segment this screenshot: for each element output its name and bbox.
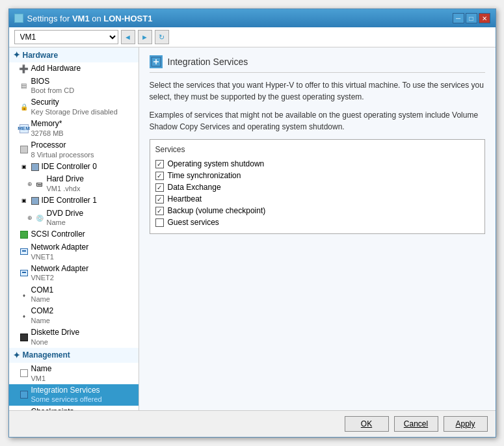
sidebar-item-bios[interactable]: ▤ BIOS Boot from CD xyxy=(9,75,139,97)
dvd-icon: 💿 xyxy=(35,213,44,222)
memory-label: Memory* xyxy=(31,119,64,129)
guest-label: Guest services xyxy=(168,218,219,227)
panel-title-icon xyxy=(150,55,163,68)
os-shutdown-label: Operating system shutdown xyxy=(168,159,265,168)
minimize-button[interactable]: ─ xyxy=(453,13,464,23)
sidebar-item-add-hardware[interactable]: ➕ Add Hardware xyxy=(9,62,139,75)
left-panel: ✦ Hardware ➕ Add Hardware ▤ BIOS Boot fr… xyxy=(9,47,139,410)
net2-sublabel: VNET2 xyxy=(31,274,89,282)
management-section-header: ✦ Management xyxy=(9,348,139,363)
scsi-label: SCSI Controller xyxy=(31,230,85,240)
guest-checkbox[interactable] xyxy=(155,218,164,227)
ide0-label: IDE Controller 0 xyxy=(42,162,97,172)
diskette-icon xyxy=(20,333,29,342)
security-sublabel: Key Storage Drive disabled xyxy=(31,108,118,116)
com1-label: COM1 xyxy=(31,285,54,296)
sidebar-item-diskette[interactable]: Diskette Drive None xyxy=(9,326,139,348)
add-hardware-label: Add Hardware xyxy=(31,64,81,74)
com2-label: COM2 xyxy=(31,306,54,317)
ide0-expand-icon: ▣ xyxy=(20,163,29,172)
service-heartbeat: Heartbeat xyxy=(155,193,479,205)
sidebar-item-integration[interactable]: Integration Services Some services offer… xyxy=(9,384,139,406)
panel-title-row: Integration Services xyxy=(150,55,485,73)
net1-sublabel: VNET1 xyxy=(31,253,89,261)
hdd-sublabel: VM1 .vhdx xyxy=(47,185,84,193)
service-os-shutdown: Operating system shutdown xyxy=(155,158,479,170)
toolbar: VM1 ◄ ► ↻ xyxy=(9,27,496,47)
bios-label: BIOS xyxy=(31,77,75,87)
com1-icon: ⬧ xyxy=(20,290,29,299)
service-backup: Backup (volume checkpoint) xyxy=(155,205,479,216)
ide1-label: IDE Controller 1 xyxy=(42,196,97,206)
sidebar-item-com2[interactable]: ⬧ COM2 Name xyxy=(9,305,139,326)
window-icon xyxy=(14,14,23,23)
right-panel: Integration Services Select the services… xyxy=(139,47,496,410)
dvd-label: DVD Drive xyxy=(47,209,84,219)
sidebar-item-memory[interactable]: MEM Memory* 32768 MB xyxy=(9,118,139,139)
refresh-button[interactable]: ↻ xyxy=(155,30,169,44)
window-title: Settings for VM1 on LON-HOST1 xyxy=(27,14,153,23)
cancel-label: Cancel xyxy=(404,419,428,428)
memory-sublabel: 32768 MB xyxy=(31,129,64,138)
bottom-bar: OK Cancel Apply xyxy=(9,410,496,437)
net1-label: Network Adapter xyxy=(31,243,89,253)
sidebar-item-com1[interactable]: ⬧ COM1 Name xyxy=(9,284,139,306)
processor-label: Processor xyxy=(31,140,94,151)
vm-selector[interactable]: VM1 xyxy=(14,30,118,44)
sidebar-item-security[interactable]: 🔒 Security Key Storage Drive disabled xyxy=(9,96,139,118)
sidebar-item-ide1[interactable]: ▣ IDE Controller 1 xyxy=(9,194,139,207)
add-hardware-icon: ➕ xyxy=(20,64,29,73)
sidebar-item-hard-drive[interactable]: ⊕ 🖴 Hard Drive VM1 .vhdx xyxy=(9,173,139,194)
sidebar-item-checkpoints[interactable]: Checkpoints Production xyxy=(9,406,139,410)
apply-button[interactable]: Apply xyxy=(444,416,488,432)
processor-sublabel: 8 Virtual processors xyxy=(31,151,94,159)
cancel-button[interactable]: Cancel xyxy=(394,416,438,432)
ok-label: OK xyxy=(361,419,372,428)
ok-button[interactable]: OK xyxy=(345,416,389,432)
time-sync-checkbox[interactable] xyxy=(155,172,164,180)
service-guest: Guest services xyxy=(155,216,479,228)
expand-indicator-hdd: ⊕ xyxy=(27,181,33,187)
name-sublabel: VM1 xyxy=(31,374,52,383)
com1-sublabel: Name xyxy=(31,295,54,304)
data-exchange-checkbox[interactable] xyxy=(155,183,164,192)
sidebar-item-net1[interactable]: Network Adapter VNET1 xyxy=(9,241,139,263)
content-area: ✦ Hardware ➕ Add Hardware ▤ BIOS Boot fr… xyxy=(9,47,496,410)
diskette-label: Diskette Drive xyxy=(31,328,80,338)
diskette-sublabel: None xyxy=(31,338,80,347)
settings-window: Settings for VM1 on LON-HOST1 ─ □ ✕ VM1 … xyxy=(8,8,496,438)
expand-indicator-dvd: ⊕ xyxy=(27,215,33,221)
sidebar-item-name[interactable]: Name VM1 xyxy=(9,363,139,384)
backup-checkbox[interactable] xyxy=(155,207,164,215)
name-label: Name xyxy=(31,364,52,374)
sidebar-item-dvd[interactable]: ⊕ 💿 DVD Drive Name xyxy=(9,207,139,229)
back-button[interactable]: ◄ xyxy=(121,30,135,44)
management-star-icon: ✦ xyxy=(13,350,20,360)
hardware-star-icon: ✦ xyxy=(13,50,20,60)
net1-icon xyxy=(20,247,29,256)
apply-label: Apply xyxy=(455,419,475,428)
services-box: Services Operating system shutdown Time … xyxy=(150,139,485,234)
sidebar-item-processor[interactable]: Processor 8 Virtual processors xyxy=(9,139,139,161)
sidebar-item-scsi[interactable]: SCSI Controller xyxy=(9,228,139,241)
hardware-section-header: ✦ Hardware xyxy=(9,47,139,62)
integration-icon xyxy=(20,390,29,399)
ide1-expand-icon: ▣ xyxy=(20,196,29,205)
forward-button[interactable]: ► xyxy=(138,30,152,44)
integration-sublabel: Some services offered xyxy=(31,395,102,404)
ide0-icon xyxy=(31,163,39,171)
service-data-exchange: Data Exchange xyxy=(155,181,479,193)
heartbeat-checkbox[interactable] xyxy=(155,195,164,203)
sidebar-item-net2[interactable]: Network Adapter VNET2 xyxy=(9,263,139,284)
ide1-icon xyxy=(31,197,39,205)
com2-sublabel: Name xyxy=(31,317,54,325)
os-shutdown-checkbox[interactable] xyxy=(155,160,164,168)
maximize-button[interactable]: □ xyxy=(466,13,477,23)
window-controls: ─ □ ✕ xyxy=(453,13,490,23)
scsi-icon xyxy=(20,230,29,239)
close-button[interactable]: ✕ xyxy=(479,13,490,23)
bios-sublabel: Boot from CD xyxy=(31,86,75,95)
panel-desc-1: Select the services that you want Hyper-… xyxy=(150,79,485,103)
sidebar-item-ide0[interactable]: ▣ IDE Controller 0 xyxy=(9,161,139,174)
integration-label: Integration Services xyxy=(31,386,102,396)
